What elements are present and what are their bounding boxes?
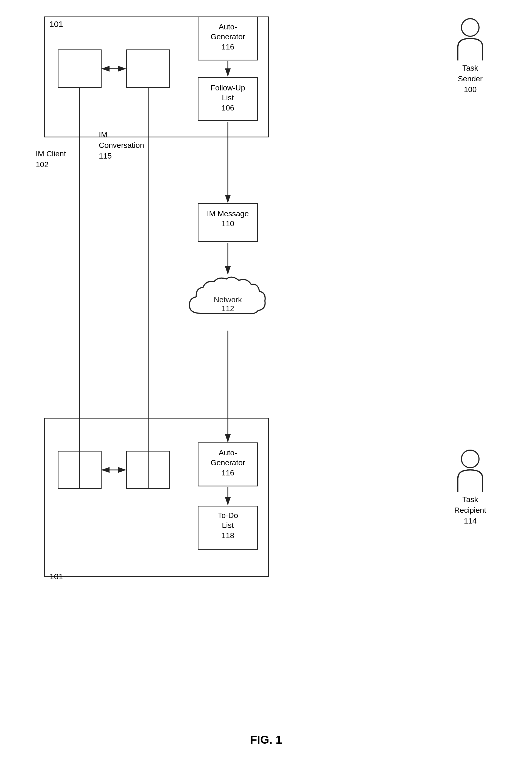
task-sender-icon: Task Sender 100 xyxy=(452,16,488,95)
label-autogen-bottom: Auto- Generator 116 xyxy=(198,448,258,478)
svg-text:112: 112 xyxy=(222,304,234,313)
svg-text:Network: Network xyxy=(214,295,242,304)
label-101-bottom: 101 xyxy=(49,571,63,582)
svg-point-2 xyxy=(461,19,479,36)
box-im-client-bottom-left xyxy=(58,451,102,489)
box-im-client-right xyxy=(126,49,170,88)
svg-point-3 xyxy=(461,450,479,468)
box-im-client-bottom-right xyxy=(126,451,170,489)
label-todo: To-Do List 118 xyxy=(198,510,258,540)
label-101-top: 101 xyxy=(49,19,63,29)
label-im-client: IM Client 102 xyxy=(36,148,66,170)
box-im-client-left xyxy=(58,49,102,88)
label-im-message: IM Message 110 xyxy=(198,209,258,229)
label-im-conversation: IM Conversation 115 xyxy=(99,129,144,161)
task-recipient-icon: Task Recipient 114 xyxy=(452,448,488,526)
network-cloud: Network 112 xyxy=(184,275,272,330)
box-101-bottom xyxy=(44,418,269,577)
fig-label: FIG. 1 xyxy=(250,732,282,748)
diagram-container: 101 101 Auto- Generator 116 Follow-Up Li… xyxy=(27,11,505,753)
label-autogen-top: Auto- Generator 116 xyxy=(198,22,258,52)
label-followup: Follow-Up List 106 xyxy=(198,83,258,113)
